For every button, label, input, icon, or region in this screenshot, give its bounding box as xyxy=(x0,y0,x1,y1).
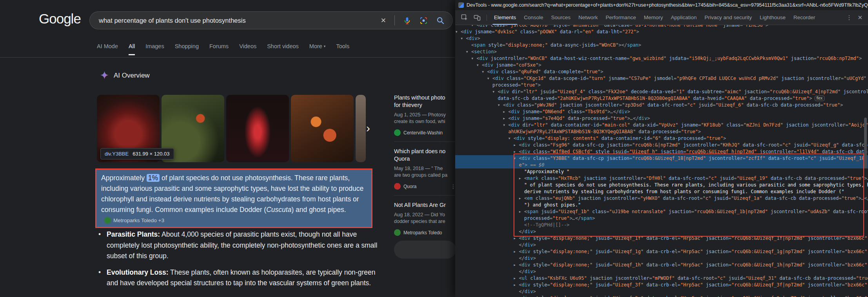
card-title-line[interactable]: for thievery xyxy=(394,101,455,109)
devtools-code-line[interactable]: ▾<div class="CKgc1d" data-scope-id="turn… xyxy=(455,75,868,82)
devtools-code-line[interactable]: ▾<div class="qRuFed" data-complete="true… xyxy=(455,69,868,75)
devtools-code-line[interactable]: ▸<ul class="KsbFXc U6u95" jsaction jscon… xyxy=(455,275,868,282)
expand-arrow-icon[interactable]: ▾ xyxy=(498,102,503,109)
devtools-code-line[interactable]: ▸<div style="display:none;" jsuid="Uizeq… xyxy=(455,262,868,268)
devtools-code-line[interactable]: processed="true">…</span> xyxy=(455,215,868,222)
collapse-arrow-icon[interactable]: ▸ xyxy=(519,208,524,215)
devtools-code-line[interactable]: </div> xyxy=(455,288,868,295)
collapse-arrow-icon[interactable]: ▸ xyxy=(514,295,519,297)
elements-panel[interactable]: ▾<div class="jsrCGc AbQY7b" style="anima… xyxy=(455,25,868,297)
collapse-arrow-icon[interactable]: ▸ xyxy=(503,115,508,122)
expand-arrow-icon[interactable]: ▾ xyxy=(477,62,482,69)
collapse-arrow-icon[interactable]: ▸ xyxy=(519,175,524,182)
devtools-code-line[interactable]: ") and ghost pipes." xyxy=(455,202,868,208)
collapse-arrow-icon[interactable]: ▸ xyxy=(503,109,508,115)
card-title-line[interactable]: Not All Plants Are Gr xyxy=(394,201,455,209)
collapse-arrow-icon[interactable]: ▸ xyxy=(514,262,519,268)
devtools-tab-elements[interactable]: Elements xyxy=(490,10,520,25)
expand-arrow-icon[interactable]: ▾ xyxy=(466,49,471,55)
devtools-code-line[interactable]: processed="true"> xyxy=(455,82,868,89)
devtools-code-line[interactable]: data-sfc-cb data-ved="2ahUKEwjwnP7RyL2TA… xyxy=(455,95,868,102)
source-chip[interactable]: Metroparks Toledo +3 xyxy=(104,215,164,226)
collapse-arrow-icon[interactable]: ▸ xyxy=(514,142,519,148)
expand-arrow-icon[interactable]: ▾ xyxy=(514,155,519,162)
collapse-arrow-icon[interactable]: ▸ xyxy=(514,235,519,242)
collapse-arrow-icon[interactable]: ▸ xyxy=(514,148,519,155)
devtools-tab-lighthouse[interactable]: Lighthouse xyxy=(756,10,790,25)
device-toolbar-icon[interactable] xyxy=(473,14,481,22)
devtools-tab-privacy-and-security[interactable]: Privacy and security xyxy=(701,10,756,25)
devtools-code-line[interactable]: ▾<section> xyxy=(455,49,868,55)
mic-icon[interactable] xyxy=(403,16,411,25)
devtools-tab-performance[interactable]: Performance xyxy=(602,10,640,25)
collapsed-card-pill[interactable] xyxy=(394,241,455,259)
devtools-code-line[interactable]: ▾<div> xyxy=(455,35,868,42)
expand-arrow-icon[interactable]: ▾ xyxy=(472,55,477,62)
card-title-line[interactable]: Quora xyxy=(394,155,455,163)
devtools-code-line[interactable]: </div> xyxy=(455,255,868,262)
devtools-code-line[interactable]: </div> xyxy=(455,228,868,235)
devtools-code-line[interactable]: ▸<div jsname="DN6end" class="Tbs9td">…</… xyxy=(455,109,868,115)
devtools-code-line[interactable]: ▾<div jsname="coFSxe"> xyxy=(455,62,868,69)
results-tab-images[interactable]: Images xyxy=(145,43,164,55)
elements-tree[interactable]: ▾<div class="jsrCGc AbQY7b" style="anima… xyxy=(455,25,868,297)
search-icon[interactable] xyxy=(436,16,445,25)
devtools-code-line[interactable]: ▾<div dir="ltr" jsuid="Uizeqf_4" class="… xyxy=(455,89,868,95)
devtools-code-line[interactable]: ▸<div style="display:none;" jsuid="Uizeq… xyxy=(455,248,868,255)
collapse-arrow-icon[interactable]: ▸ xyxy=(514,248,519,255)
results-tab-videos[interactable]: Videos xyxy=(239,43,256,55)
expand-arrow-icon[interactable]: ▾ xyxy=(487,75,492,82)
devtools-code-line[interactable]: </div> xyxy=(455,242,868,248)
collapse-arrow-icon[interactable]: ▸ xyxy=(514,275,519,282)
devtools-code-line[interactable]: ▸<div style="display:none;" jsuid="Uizeq… xyxy=(455,282,868,288)
devtools-code-line[interactable]: ▸<div class="WIfBed CSBcfd" style jsuid=… xyxy=(455,148,868,155)
clear-icon[interactable]: ✕ xyxy=(381,16,386,25)
devtools-tab-sources[interactable]: Sources xyxy=(547,10,575,25)
orange-flowers-photo[interactable] xyxy=(291,95,354,162)
expand-arrow-icon[interactable]: ▾ xyxy=(461,35,466,42)
related-result-card[interactable]: Not All Plants Are GrAug 18, 2022 — Did … xyxy=(394,195,455,236)
expand-arrow-icon[interactable]: ▾ xyxy=(472,25,477,29)
devtools-tab-network[interactable]: Network xyxy=(574,10,602,25)
devtools-code-line[interactable]: ▾<div class="pWvJNd" jsaction jscontroll… xyxy=(455,102,868,109)
google-logo[interactable]: Google xyxy=(39,11,81,27)
flex-badge[interactable]: flex xyxy=(815,96,825,101)
devtools-code-line[interactable]: ▸<span jsuid="Uizeqf_1b" class="uJ19be n… xyxy=(455,208,868,215)
expand-arrow-icon[interactable]: ▾ xyxy=(482,69,487,75)
devtools-code-line[interactable]: <span style="display:none;" data-async-j… xyxy=(455,42,868,49)
results-tab-shopping[interactable]: Shopping xyxy=(175,43,199,55)
devtools-tab-recorder[interactable]: Recorder xyxy=(790,10,819,25)
results-tab-ai-mode[interactable]: AI Mode xyxy=(97,43,118,55)
devtools-title-bar[interactable]: DevTools - www.google.com/search?q=what+… xyxy=(455,0,868,10)
results-tab-forums[interactable]: Forums xyxy=(209,43,229,55)
devtools-code-line[interactable]: derive nutrients by stealing carbohydrat… xyxy=(455,188,868,195)
carousel-next-icon[interactable]: › xyxy=(366,121,370,135)
related-result-card[interactable]: Plants without photofor thieveryAug 1, 2… xyxy=(394,94,455,136)
card-title-line[interactable]: Which plant does no xyxy=(394,148,455,155)
cropped-edge-photo[interactable] xyxy=(356,95,366,162)
red-parasitic-plant-photo[interactable] xyxy=(226,95,289,162)
devtools-code-line[interactable]: ▾<div style="display: contents" data-con… xyxy=(455,135,868,142)
devtools-code-line[interactable]: " of plant species do not use photosynth… xyxy=(455,182,868,188)
devtools-code-line[interactable]: ▸<div style="display:none;" jsuid="Uizeq… xyxy=(455,295,868,297)
devtools-code-line[interactable]: ▾<div dir="ltr" data-container-id="main-… xyxy=(455,122,868,129)
scrollbar-thumb[interactable] xyxy=(864,118,867,168)
expand-arrow-icon[interactable]: ▾ xyxy=(456,29,461,35)
card-menu-icon[interactable]: ⋮ xyxy=(450,183,455,190)
devtools-selected-code-line[interactable]: ▾<div class="Y3BBE" data-sfc-cp jsaction… xyxy=(455,155,868,162)
collapse-arrow-icon[interactable]: ▸ xyxy=(514,282,519,288)
devtools-code-line[interactable]: ▸<div jsname="s7e4Qd" data-processed="tr… xyxy=(455,115,868,122)
lens-icon[interactable] xyxy=(419,16,428,25)
devtools-code-line[interactable]: </div> xyxy=(455,268,868,275)
devtools-tab-memory[interactable]: Memory xyxy=(640,10,667,25)
results-tab-tools[interactable]: Tools xyxy=(336,43,349,55)
results-tab-all[interactable]: All xyxy=(129,43,135,55)
search-input[interactable]: what percentage of plants don't use phot… xyxy=(90,17,381,24)
results-tab-short-videos[interactable]: Short videos xyxy=(267,43,299,55)
expand-arrow-icon[interactable]: ▾ xyxy=(508,135,514,142)
devtools-code-line[interactable]: "Approximately " xyxy=(455,168,868,175)
devtools-code-line[interactable]: ▸<em class="eujQNb" jsaction jscontrolle… xyxy=(455,195,868,202)
related-result-card[interactable]: Which plant does noQuoraMay 18, 2018 — "… xyxy=(394,141,455,190)
devtools-code-line[interactable]: ▸<div class="Fsg96" data-sfc-cp jsaction… xyxy=(455,142,868,148)
card-title-line[interactable]: Plants without photo xyxy=(394,94,455,101)
